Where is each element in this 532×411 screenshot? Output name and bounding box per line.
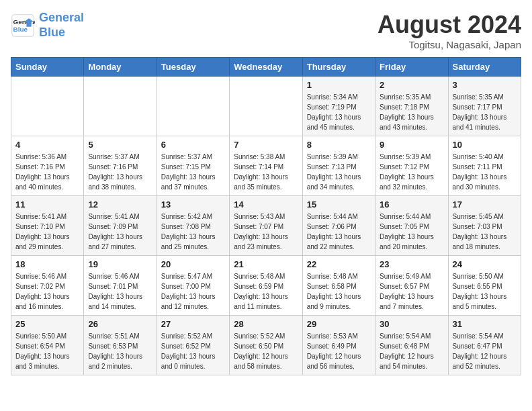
- weekday-header-monday: Monday: [84, 58, 157, 77]
- day-info: Sunrise: 5:37 AM Sunset: 7:15 PM Dayligh…: [161, 152, 225, 192]
- day-info: Sunrise: 5:44 AM Sunset: 7:05 PM Dayligh…: [380, 212, 443, 252]
- day-info: Sunrise: 5:41 AM Sunset: 7:09 PM Dayligh…: [88, 212, 152, 252]
- day-number: 27: [161, 319, 225, 329]
- week-row-2: 4Sunrise: 5:36 AM Sunset: 7:16 PM Daylig…: [11, 136, 521, 196]
- day-info: Sunrise: 5:51 AM Sunset: 6:53 PM Dayligh…: [88, 331, 152, 371]
- day-info: Sunrise: 5:52 AM Sunset: 6:52 PM Dayligh…: [161, 331, 225, 371]
- day-info: Sunrise: 5:35 AM Sunset: 7:18 PM Dayligh…: [380, 92, 443, 132]
- day-number: 17: [453, 199, 517, 210]
- day-number: 19: [88, 259, 152, 269]
- day-number: 18: [15, 259, 79, 269]
- calendar-cell-3-5: 15Sunrise: 5:44 AM Sunset: 7:06 PM Dayli…: [302, 196, 375, 256]
- day-number: 22: [307, 259, 371, 269]
- day-info: Sunrise: 5:50 AM Sunset: 6:54 PM Dayligh…: [15, 331, 79, 371]
- page-header: General Blue General Blue August 2024 To…: [11, 11, 521, 50]
- day-info: Sunrise: 5:47 AM Sunset: 7:00 PM Dayligh…: [161, 271, 225, 312]
- calendar-cell-2-4: 7Sunrise: 5:38 AM Sunset: 7:14 PM Daylig…: [230, 136, 302, 196]
- day-info: Sunrise: 5:37 AM Sunset: 7:16 PM Dayligh…: [88, 152, 152, 192]
- week-row-5: 25Sunrise: 5:50 AM Sunset: 6:54 PM Dayli…: [11, 316, 521, 375]
- weekday-header-thursday: Thursday: [302, 58, 375, 77]
- calendar-cell-4-6: 23Sunrise: 5:49 AM Sunset: 6:57 PM Dayli…: [375, 256, 448, 316]
- calendar-cell-4-1: 18Sunrise: 5:46 AM Sunset: 7:02 PM Dayli…: [11, 256, 84, 316]
- day-info: Sunrise: 5:53 AM Sunset: 6:49 PM Dayligh…: [307, 331, 371, 371]
- day-number: 26: [88, 319, 152, 329]
- calendar-cell-5-5: 29Sunrise: 5:53 AM Sunset: 6:49 PM Dayli…: [302, 316, 375, 375]
- day-number: 2: [380, 80, 443, 90]
- day-number: 25: [15, 319, 79, 329]
- day-info: Sunrise: 5:48 AM Sunset: 6:58 PM Dayligh…: [307, 271, 371, 312]
- calendar-cell-4-4: 21Sunrise: 5:48 AM Sunset: 6:59 PM Dayli…: [230, 256, 302, 316]
- day-number: 28: [234, 319, 298, 329]
- calendar-cell-5-6: 30Sunrise: 5:54 AM Sunset: 6:48 PM Dayli…: [375, 316, 448, 375]
- day-info: Sunrise: 5:35 AM Sunset: 7:17 PM Dayligh…: [453, 92, 517, 132]
- day-info: Sunrise: 5:44 AM Sunset: 7:06 PM Dayligh…: [307, 212, 371, 252]
- day-number: 16: [380, 199, 443, 210]
- calendar-cell-5-7: 31Sunrise: 5:54 AM Sunset: 6:47 PM Dayli…: [448, 316, 521, 375]
- day-number: 21: [234, 259, 298, 269]
- calendar-cell-3-1: 11Sunrise: 5:41 AM Sunset: 7:10 PM Dayli…: [11, 196, 84, 256]
- day-number: 15: [307, 199, 371, 210]
- day-info: Sunrise: 5:45 AM Sunset: 7:03 PM Dayligh…: [453, 212, 517, 252]
- calendar-cell-4-5: 22Sunrise: 5:48 AM Sunset: 6:58 PM Dayli…: [302, 256, 375, 316]
- title-block: August 2024 Togitsu, Nagasaki, Japan: [378, 11, 521, 50]
- day-info: Sunrise: 5:36 AM Sunset: 7:16 PM Dayligh…: [15, 152, 79, 192]
- calendar-title: August 2024: [378, 11, 521, 39]
- calendar-body: 1Sunrise: 5:34 AM Sunset: 7:19 PM Daylig…: [11, 77, 521, 375]
- day-info: Sunrise: 5:52 AM Sunset: 6:50 PM Dayligh…: [234, 331, 298, 371]
- logo: General Blue General Blue: [11, 11, 84, 40]
- calendar-cell-3-7: 17Sunrise: 5:45 AM Sunset: 7:03 PM Dayli…: [448, 196, 521, 256]
- day-info: Sunrise: 5:34 AM Sunset: 7:19 PM Dayligh…: [307, 92, 371, 132]
- calendar-cell-1-6: 2Sunrise: 5:35 AM Sunset: 7:18 PM Daylig…: [375, 77, 448, 136]
- calendar-cell-5-3: 27Sunrise: 5:52 AM Sunset: 6:52 PM Dayli…: [157, 316, 229, 375]
- calendar-cell-1-4: [230, 77, 302, 136]
- logo-icon: General Blue: [11, 13, 35, 38]
- day-number: 10: [453, 140, 517, 150]
- day-number: 13: [161, 199, 225, 210]
- calendar-cell-3-4: 14Sunrise: 5:43 AM Sunset: 7:07 PM Dayli…: [230, 196, 302, 256]
- calendar-cell-3-2: 12Sunrise: 5:41 AM Sunset: 7:09 PM Dayli…: [84, 196, 157, 256]
- day-info: Sunrise: 5:42 AM Sunset: 7:08 PM Dayligh…: [161, 212, 225, 252]
- week-row-1: 1Sunrise: 5:34 AM Sunset: 7:19 PM Daylig…: [11, 77, 521, 136]
- calendar-subtitle: Togitsu, Nagasaki, Japan: [378, 39, 521, 50]
- week-row-3: 11Sunrise: 5:41 AM Sunset: 7:10 PM Dayli…: [11, 196, 521, 256]
- calendar-cell-1-1: [11, 77, 84, 136]
- day-number: 14: [234, 199, 298, 210]
- day-info: Sunrise: 5:39 AM Sunset: 7:13 PM Dayligh…: [307, 152, 371, 192]
- day-number: 23: [380, 259, 443, 269]
- day-number: 6: [161, 140, 225, 150]
- day-number: 3: [453, 80, 517, 90]
- day-info: Sunrise: 5:40 AM Sunset: 7:11 PM Dayligh…: [453, 152, 517, 192]
- calendar-table: SundayMondayTuesdayWednesdayThursdayFrid…: [11, 57, 521, 375]
- svg-text:Blue: Blue: [13, 26, 28, 33]
- day-number: 4: [15, 140, 79, 150]
- calendar-cell-4-3: 20Sunrise: 5:47 AM Sunset: 7:00 PM Dayli…: [157, 256, 229, 316]
- calendar-cell-4-2: 19Sunrise: 5:46 AM Sunset: 7:01 PM Dayli…: [84, 256, 157, 316]
- calendar-cell-2-6: 9Sunrise: 5:39 AM Sunset: 7:12 PM Daylig…: [375, 136, 448, 196]
- calendar-cell-1-2: [84, 77, 157, 136]
- day-number: 1: [307, 80, 371, 90]
- calendar-cell-1-7: 3Sunrise: 5:35 AM Sunset: 7:17 PM Daylig…: [448, 77, 521, 136]
- day-info: Sunrise: 5:54 AM Sunset: 6:48 PM Dayligh…: [380, 331, 443, 371]
- day-number: 31: [453, 319, 517, 329]
- calendar-cell-1-5: 1Sunrise: 5:34 AM Sunset: 7:19 PM Daylig…: [302, 77, 375, 136]
- calendar-cell-4-7: 24Sunrise: 5:50 AM Sunset: 6:55 PM Dayli…: [448, 256, 521, 316]
- day-number: 8: [307, 140, 371, 150]
- day-number: 20: [161, 259, 225, 269]
- calendar-cell-1-3: [157, 77, 229, 136]
- weekday-header-saturday: Saturday: [448, 58, 521, 77]
- calendar-cell-5-4: 28Sunrise: 5:52 AM Sunset: 6:50 PM Dayli…: [230, 316, 302, 375]
- weekday-header-row: SundayMondayTuesdayWednesdayThursdayFrid…: [11, 58, 521, 77]
- calendar-cell-2-3: 6Sunrise: 5:37 AM Sunset: 7:15 PM Daylig…: [157, 136, 229, 196]
- calendar-cell-3-6: 16Sunrise: 5:44 AM Sunset: 7:05 PM Dayli…: [375, 196, 448, 256]
- calendar-cell-3-3: 13Sunrise: 5:42 AM Sunset: 7:08 PM Dayli…: [157, 196, 229, 256]
- day-number: 24: [453, 259, 517, 269]
- logo-general: General: [39, 11, 84, 24]
- day-info: Sunrise: 5:41 AM Sunset: 7:10 PM Dayligh…: [15, 212, 79, 252]
- day-info: Sunrise: 5:39 AM Sunset: 7:12 PM Dayligh…: [380, 152, 443, 192]
- calendar-cell-2-7: 10Sunrise: 5:40 AM Sunset: 7:11 PM Dayli…: [448, 136, 521, 196]
- weekday-header-wednesday: Wednesday: [230, 58, 302, 77]
- day-info: Sunrise: 5:46 AM Sunset: 7:01 PM Dayligh…: [88, 271, 152, 312]
- calendar-cell-5-2: 26Sunrise: 5:51 AM Sunset: 6:53 PM Dayli…: [84, 316, 157, 375]
- weekday-header-sunday: Sunday: [11, 58, 84, 77]
- day-info: Sunrise: 5:50 AM Sunset: 6:55 PM Dayligh…: [453, 271, 517, 312]
